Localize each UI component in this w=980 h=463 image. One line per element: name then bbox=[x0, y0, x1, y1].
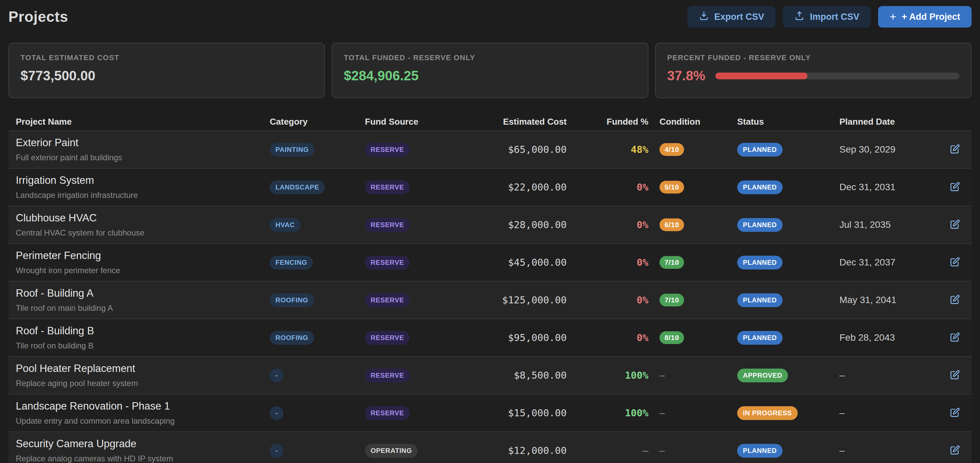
export-csv-label: Export CSV bbox=[714, 12, 764, 22]
project-name-cell: Roof - Building B Tile roof on building … bbox=[8, 325, 270, 350]
edit-project-button[interactable] bbox=[950, 445, 960, 457]
header-project-name: Project Name bbox=[8, 117, 270, 127]
fund-source-cell: RESERVE bbox=[365, 331, 490, 345]
condition-cell: 7/10 bbox=[648, 256, 734, 269]
category-cell: ROOFING bbox=[270, 293, 365, 307]
edit-project-button[interactable] bbox=[950, 332, 960, 344]
condition-cell: 6/10 bbox=[648, 219, 734, 231]
edit-pencil-icon bbox=[950, 144, 960, 155]
fund-source-badge: RESERVE bbox=[365, 293, 410, 307]
table-row: Security Camera Upgrade Replace analog c… bbox=[8, 432, 972, 463]
plus-icon: + bbox=[889, 11, 896, 22]
funded-percent: 100% bbox=[567, 369, 648, 381]
header-funded-percent: Funded % bbox=[567, 117, 648, 127]
table-row: Landscape Renovation - Phase 1 Update en… bbox=[8, 395, 972, 432]
fund-source-cell: RESERVE bbox=[365, 143, 490, 157]
funded-percent: 0% bbox=[567, 332, 648, 343]
status-cell: PLANNED bbox=[734, 444, 836, 458]
edit-pencil-icon bbox=[950, 181, 960, 193]
project-name-cell: Security Camera Upgrade Replace analog c… bbox=[8, 438, 270, 463]
planned-date: Dec 31, 2031 bbox=[836, 182, 938, 192]
fund-source-cell: RESERVE bbox=[365, 218, 490, 232]
add-project-label: + Add Project bbox=[902, 12, 960, 22]
edit-pencil-icon bbox=[950, 219, 960, 231]
header-status: Status bbox=[734, 117, 836, 127]
edit-project-button[interactable] bbox=[950, 219, 960, 231]
import-csv-button[interactable]: Import CSV bbox=[783, 6, 871, 27]
estimated-cost: $22,000.00 bbox=[490, 181, 567, 193]
edit-pencil-icon bbox=[950, 332, 960, 344]
funded-percent: 0% bbox=[567, 257, 648, 268]
table-body: Exterior Paint Full exterior paint all b… bbox=[8, 131, 972, 463]
condition-badge: 5/10 bbox=[660, 181, 684, 193]
condition-badge: – bbox=[660, 445, 665, 456]
edit-pencil-icon bbox=[950, 407, 960, 419]
fund-source-cell: OPERATING bbox=[365, 444, 490, 458]
table-row: Roof - Building A Tile roof on main buil… bbox=[8, 282, 972, 319]
edit-project-button[interactable] bbox=[950, 369, 960, 381]
funded-percent: 0% bbox=[567, 219, 648, 230]
condition-cell: 4/10 bbox=[648, 143, 734, 156]
condition-cell: 7/10 bbox=[648, 294, 734, 306]
category-cell: - bbox=[270, 444, 365, 458]
card-label: TOTAL FUNDED - RESERVE ONLY bbox=[344, 54, 636, 62]
status-badge: PLANNED bbox=[737, 444, 783, 458]
project-name: Pool Heater Replacement bbox=[16, 363, 270, 375]
planned-date: May 31, 2041 bbox=[836, 295, 938, 305]
percent-funded-card: PERCENT FUNDED - RESERVE ONLY 37.8% bbox=[655, 43, 972, 98]
fund-source-badge: RESERVE bbox=[365, 331, 410, 345]
edit-project-button[interactable] bbox=[950, 294, 960, 306]
status-badge: PLANNED bbox=[737, 143, 783, 157]
project-name-cell: Landscape Renovation - Phase 1 Update en… bbox=[8, 400, 270, 426]
export-csv-button[interactable]: Export CSV bbox=[687, 6, 776, 27]
category-badge: PAINTING bbox=[270, 143, 315, 157]
toolbar: Export CSV Import CSV + + Add Project bbox=[687, 6, 972, 27]
status-cell: PLANNED bbox=[734, 218, 836, 232]
project-name: Roof - Building A bbox=[16, 287, 270, 300]
header-condition: Condition bbox=[648, 117, 734, 127]
fund-source-badge: RESERVE bbox=[365, 181, 410, 194]
edit-project-button[interactable] bbox=[950, 181, 960, 193]
condition-badge: 8/10 bbox=[660, 331, 684, 344]
project-name-cell: Perimeter Fencing Wrought iron perimeter… bbox=[8, 250, 270, 275]
header-category: Category bbox=[270, 117, 365, 127]
funded-percent: 0% bbox=[567, 294, 648, 306]
project-description: Wrought iron perimeter fence bbox=[16, 266, 270, 275]
percent-funded-progress-track bbox=[715, 73, 959, 79]
table-header-row: Project Name Category Fund Source Estima… bbox=[8, 113, 972, 131]
edit-project-button[interactable] bbox=[950, 144, 960, 155]
estimated-cost: $28,000.00 bbox=[490, 219, 567, 230]
project-name-cell: Roof - Building A Tile roof on main buil… bbox=[8, 287, 270, 313]
category-badge: HVAC bbox=[270, 218, 301, 232]
planned-date: Sep 30, 2029 bbox=[836, 144, 938, 155]
project-description: Replace analog cameras with HD IP system bbox=[16, 454, 270, 463]
condition-badge: 7/10 bbox=[660, 294, 684, 306]
projects-table: Project Name Category Fund Source Estima… bbox=[8, 113, 972, 463]
fund-source-badge: RESERVE bbox=[365, 143, 410, 157]
fund-source-badge: RESERVE bbox=[365, 218, 410, 232]
category-badge: FENCING bbox=[270, 256, 313, 270]
edit-project-button[interactable] bbox=[950, 257, 960, 268]
project-name: Irrigation System bbox=[16, 174, 270, 187]
planned-date: Dec 31, 2037 bbox=[836, 257, 938, 268]
funded-percent: 0% bbox=[567, 181, 648, 193]
condition-badge: 4/10 bbox=[660, 143, 684, 156]
status-cell: PLANNED bbox=[734, 143, 836, 157]
fund-source-cell: RESERVE bbox=[365, 256, 490, 270]
funded-percent: 48% bbox=[567, 144, 648, 155]
planned-date: Jul 31, 2035 bbox=[836, 219, 938, 230]
condition-badge: – bbox=[660, 370, 665, 381]
condition-cell: 8/10 bbox=[648, 331, 734, 344]
category-cell: - bbox=[270, 369, 365, 382]
total-funded-card: TOTAL FUNDED - RESERVE ONLY $284,906.25 bbox=[332, 43, 648, 98]
status-cell: PLANNED bbox=[734, 181, 836, 194]
category-badge: - bbox=[270, 369, 283, 382]
card-label: PERCENT FUNDED - RESERVE ONLY bbox=[667, 54, 959, 62]
edit-project-button[interactable] bbox=[950, 407, 960, 419]
status-badge: IN PROGRESS bbox=[737, 406, 798, 420]
status-cell: APPROVED bbox=[734, 369, 836, 382]
fund-source-badge: OPERATING bbox=[365, 444, 418, 458]
status-cell: IN PROGRESS bbox=[734, 406, 836, 420]
category-badge: LANDSCAPE bbox=[270, 181, 325, 194]
add-project-button[interactable]: + + Add Project bbox=[878, 6, 972, 27]
